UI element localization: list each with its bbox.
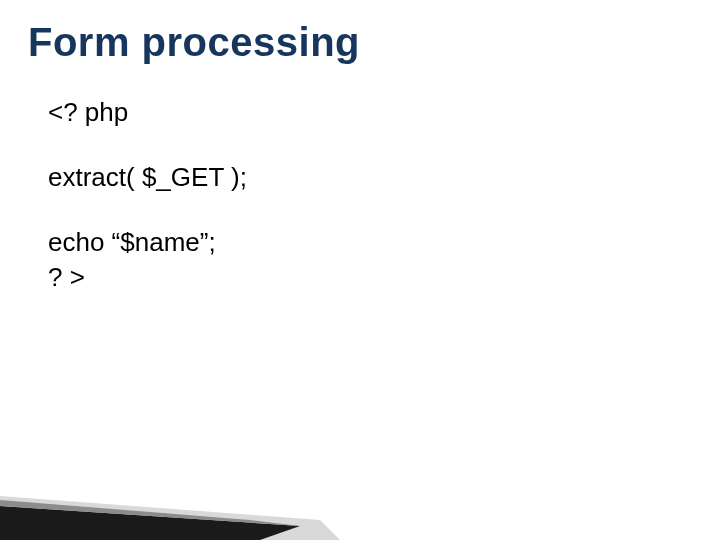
code-line-2: extract( $_GET ); [48,160,247,195]
slide: Form processing <? php extract( $_GET );… [0,0,720,540]
decorative-wedge [0,450,360,540]
svg-marker-1 [0,506,300,540]
svg-marker-2 [0,500,300,526]
code-line-1: <? php [48,95,247,130]
code-line-3: echo “$name”; [48,225,247,260]
slide-title: Form processing [28,20,360,65]
code-line-4: ? > [48,260,247,295]
slide-body: <? php extract( $_GET ); echo “$name”; ?… [48,95,247,295]
svg-marker-0 [0,496,340,540]
